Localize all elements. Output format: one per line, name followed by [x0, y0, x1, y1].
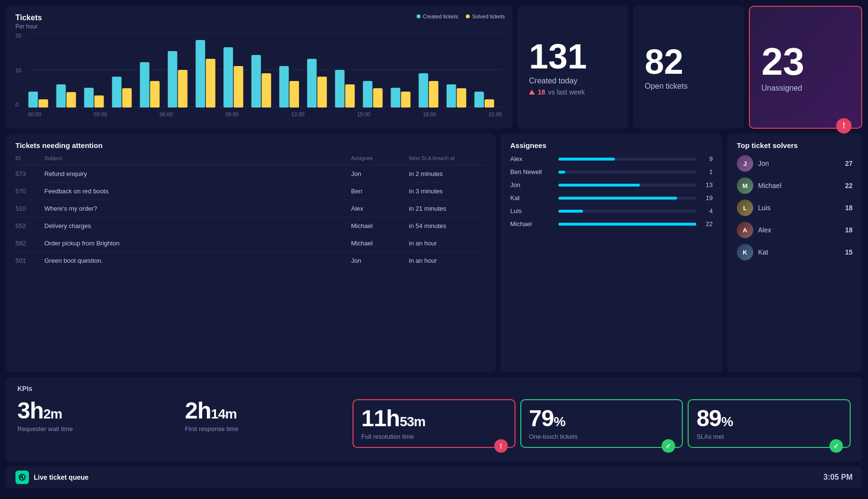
unassigned-alert-badge: ! — [836, 118, 852, 134]
assignee-name-jon: Jon — [510, 181, 554, 189]
solver-row-alex: A Alex 18 — [737, 222, 853, 238]
change-number: 18 — [538, 88, 545, 96]
assignee-bar-bg-luis — [558, 210, 696, 213]
ticket-subject-552: Delivery charges — [44, 222, 351, 229]
chart-legend: Created tickets Solved tickets — [417, 13, 505, 19]
kpi-resolution-m: 53m — [400, 414, 425, 429]
svg-rect-23 — [307, 59, 317, 108]
kpi-resolution-h: 11h — [361, 405, 400, 431]
kpi-wait-time-value: 3h2m — [17, 399, 180, 422]
col-sla: Next SLA breach at — [409, 155, 486, 161]
resolution-alert-badge: ! — [494, 439, 508, 453]
assignee-count-luis: 4 — [701, 207, 713, 215]
kpi-one-touch-num: 79 — [529, 405, 554, 431]
assignee-bar-bg-kat — [558, 197, 696, 200]
open-tickets-card: 82 Open tickets — [633, 6, 744, 129]
svg-rect-32 — [429, 81, 438, 108]
solver-name-jon: Jon — [758, 160, 840, 167]
svg-rect-3 — [28, 92, 38, 108]
live-queue-icon — [15, 471, 29, 484]
kpi-wait-time: 3h2m Requester wait time — [17, 399, 180, 432]
svg-rect-25 — [335, 70, 345, 108]
solver-count-luis: 18 — [845, 204, 853, 212]
kpi-wait-m: 2m — [43, 406, 62, 421]
col-subject: Subject — [44, 155, 351, 161]
assignees-card: Assignees Alex 9 Ben Newell 1 Jon — [501, 134, 722, 372]
assignee-name-luis: Luis — [510, 207, 554, 215]
table-row[interactable]: 570 Feedback on red boots Ben in 3 minut… — [15, 183, 486, 200]
bar-chart-svg — [27, 33, 503, 108]
assignee-name-michael: Michael — [510, 220, 554, 228]
kpi-one-touch: 79% One-touch tickets ✓ — [520, 399, 683, 448]
assignees-title: Assignees — [510, 141, 713, 149]
assignee-bar-alex — [558, 158, 615, 161]
svg-rect-34 — [457, 88, 466, 108]
unassigned-label: Unassigned — [761, 84, 850, 93]
svg-rect-12 — [150, 81, 160, 108]
unassigned-number: 23 — [761, 42, 850, 81]
svg-rect-22 — [289, 81, 299, 108]
table-row[interactable]: 510 Where's my order? Alex in 21 minutes — [15, 200, 486, 217]
ticket-id-573: 573 — [15, 170, 44, 177]
ticket-assignee-592: Michael — [351, 240, 409, 247]
ticket-id-592: 592 — [15, 240, 44, 247]
assignee-count-ben: 1 — [701, 168, 713, 175]
created-today-sub: 18 vs last week — [529, 88, 617, 96]
ticket-subject-510: Where's my order? — [44, 205, 351, 212]
legend-created-label: Created tickets — [423, 13, 458, 19]
table-row[interactable]: 501 Green boot question. Jon in an hour — [15, 252, 486, 269]
solver-count-kat: 15 — [845, 248, 853, 256]
x-label-2100: 21:00 — [488, 111, 502, 117]
svg-rect-24 — [317, 77, 327, 108]
svg-rect-35 — [475, 92, 484, 108]
assignee-row-ben: Ben Newell 1 — [510, 168, 713, 175]
solver-count-michael: 22 — [845, 182, 853, 189]
kpi-wait-time-label: Requester wait time — [17, 425, 180, 432]
kpi-response-time-label: First response time — [185, 425, 348, 432]
x-label-0000: 00:00 — [28, 111, 41, 117]
svg-rect-7 — [84, 88, 94, 108]
ticket-id-570: 570 — [15, 188, 44, 195]
svg-rect-5 — [56, 84, 66, 108]
kpis-title: KPIs — [17, 385, 851, 392]
y-label-20: 20 — [15, 33, 21, 39]
svg-rect-8 — [95, 95, 104, 108]
x-label-0600: 06:00 — [160, 111, 173, 117]
solver-avatar-alex: A — [737, 222, 753, 238]
solver-avatar-michael: M — [737, 177, 753, 194]
x-label-1200: 12:00 — [291, 111, 305, 117]
table-row[interactable]: 573 Refund enquiry Jon in 2 minutes — [15, 165, 486, 183]
kpi-slas-met-label: SLAs met — [696, 433, 842, 440]
bottom-label: Live ticket queue — [34, 473, 89, 481]
svg-rect-18 — [234, 66, 244, 108]
assignee-name-kat: Kat — [510, 194, 554, 202]
ticket-assignee-573: Jon — [351, 170, 409, 177]
assignee-row-kat: Kat 19 — [510, 194, 713, 202]
solver-name-kat: Kat — [758, 248, 840, 256]
table-row[interactable]: 552 Delivery charges Michael in 54 minut… — [15, 217, 486, 235]
kpi-one-touch-label: One-touch tickets — [529, 433, 675, 440]
kpi-response-time: 2h14m First response time — [185, 399, 348, 432]
ticket-subject-501: Green boot question. — [44, 257, 351, 264]
svg-rect-9 — [112, 77, 122, 108]
open-tickets-number: 82 — [645, 44, 732, 79]
svg-rect-27 — [363, 81, 373, 108]
assignee-count-kat: 19 — [701, 194, 713, 202]
legend-created-dot — [417, 14, 420, 18]
kpi-resolution-time-value: 11h53m — [361, 407, 507, 430]
ticket-sla-592: in an hour — [409, 240, 486, 247]
ticket-sla-570: in 3 minutes — [409, 188, 486, 195]
unassigned-card: 23 Unassigned ! — [749, 6, 862, 129]
open-tickets-label: Open tickets — [645, 82, 732, 91]
svg-rect-36 — [485, 99, 494, 108]
kpi-resolution-time: 11h53m Full resolution time ! — [353, 399, 515, 448]
svg-rect-15 — [196, 40, 205, 108]
ticket-sla-501: in an hour — [409, 257, 486, 264]
change-text: vs last week — [548, 88, 585, 96]
assignee-bar-jon — [558, 184, 640, 187]
table-header: ID Subject Assignee Next SLA breach at — [15, 155, 486, 165]
bottom-bar: Live ticket queue 3:05 PM — [6, 466, 862, 488]
table-row[interactable]: 592 Order pickup from Brighton Michael i… — [15, 235, 486, 252]
bottom-left: Live ticket queue — [15, 471, 89, 484]
svg-rect-29 — [391, 88, 400, 108]
